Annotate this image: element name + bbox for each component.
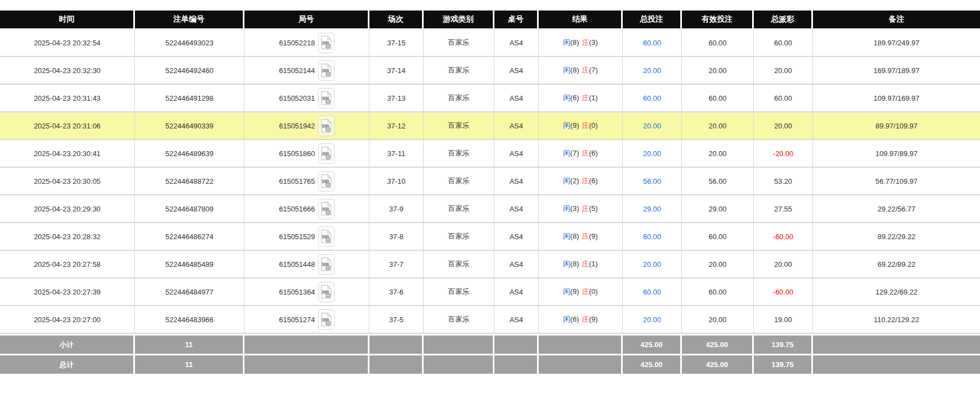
result-banker-label: 庄 [582,121,589,130]
row-table-no: AS4 [494,112,539,140]
video-file-icon [320,202,332,216]
row-time: 2025-04-23 20:27:00 [0,306,135,334]
row-table-no: AS4 [494,251,539,278]
video-replay-button[interactable] [318,116,335,136]
result-banker-score: (9) [589,232,598,240]
result-banker-label: 庄 [582,287,589,296]
row-round-cell: 615051529 [244,223,369,251]
row-table-no: AS4 [494,195,539,223]
table-row[interactable]: 2025-04-23 20:28:32 522446486274 6150515… [0,223,980,251]
row-bet-no: 522446493023 [135,29,244,57]
result-player-label: 闲 [563,260,570,268]
table-row[interactable]: 2025-04-23 20:27:58 522446485489 6150514… [0,251,980,278]
result-banker-label: 庄 [582,149,589,157]
total-empty-table [494,354,539,374]
row-bet-no: 522446492460 [135,57,244,85]
result-player-score: (9) [570,287,579,296]
col-header-time: 时间 [0,11,135,29]
row-payout: 20.00 [754,112,813,140]
video-file-icon [320,146,332,161]
row-table-no: AS4 [494,223,539,251]
row-result: 闲(6)庄(1) [539,85,623,112]
row-bet-no: 522446484977 [135,278,244,306]
row-payout: 20.00 [754,251,813,278]
row-remark: 89.97/109.97 [813,112,980,140]
result-banker-score: (1) [589,260,598,268]
video-replay-button[interactable] [318,33,335,53]
row-result: 闲(6)庄(9) [539,306,623,334]
table-body: 2025-04-23 20:32:54 522446493023 6150522… [0,29,980,334]
table-row[interactable]: 2025-04-23 20:29:30 522446487809 6150516… [0,195,980,223]
row-table-no: AS4 [494,57,539,85]
row-total-bet: 60.00 [623,223,682,251]
row-payout: -20.00 [754,140,813,168]
subtotal-empty-game [424,334,494,354]
row-time: 2025-04-23 20:31:06 [0,112,135,140]
row-result: 闲(9)庄(0) [539,112,623,140]
table-row[interactable]: 2025-04-23 20:32:30 522446492460 6150521… [0,57,980,85]
row-game-type: 百家乐 [424,195,494,223]
row-round-cell: 615051942 [244,112,369,140]
total-empty-session [369,354,424,374]
row-payout: 53.20 [754,168,813,195]
row-valid-bet: 60.00 [682,223,754,251]
row-table-no: AS4 [494,306,539,334]
row-remark: 129.22/69.22 [813,278,980,306]
row-payout: -60.00 [754,223,813,251]
row-session: 37-7 [369,251,424,278]
row-remark: 89.22/29.22 [813,223,980,251]
subtotal-empty-session [369,334,424,354]
video-replay-button[interactable] [318,88,335,109]
result-player-score: (8) [570,38,579,47]
result-banker-label: 庄 [582,38,589,47]
result-banker-label: 庄 [582,177,589,185]
row-result: 闲(3)庄(5) [539,195,623,223]
col-header-result: 结果 [539,11,623,29]
row-valid-bet: 20.00 [682,112,754,140]
row-valid-bet: 20.00 [682,306,754,334]
result-player-label: 闲 [563,232,570,240]
col-header-remark: 备注 [813,11,980,29]
video-replay-button[interactable] [318,309,335,330]
table-row[interactable]: 2025-04-23 20:27:39 522446484977 6150513… [0,278,980,306]
video-replay-button[interactable] [318,254,335,275]
table-row[interactable]: 2025-04-23 20:32:54 522446493023 6150522… [0,29,980,57]
subtotal-label: 小计 [0,334,135,354]
subtotal-empty-round [244,334,369,354]
table-row[interactable]: 2025-04-23 20:30:05 522446488722 6150517… [0,168,980,195]
total-empty-remark [813,354,980,374]
row-result: 闲(8)庄(1) [539,251,623,278]
table-row[interactable]: 2025-04-23 20:27:00 522446483966 6150512… [0,306,980,334]
row-time: 2025-04-23 20:30:41 [0,140,135,168]
result-player-score: (8) [570,232,579,240]
video-replay-button[interactable] [318,282,335,302]
result-banker-label: 庄 [582,315,589,323]
row-round-no: 615052144 [279,66,315,75]
row-round-no: 615051860 [279,149,315,158]
row-round-no: 615051448 [279,260,315,269]
row-round-no: 615051765 [279,177,315,185]
row-time: 2025-04-23 20:28:32 [0,223,135,251]
row-round-cell: 615052144 [244,57,369,85]
col-header-payout: 总派彩 [754,11,813,29]
table-row[interactable]: 2025-04-23 20:31:43 522446491298 6150520… [0,85,980,112]
video-replay-button[interactable] [318,60,335,81]
row-remark: 29.22/56.77 [813,195,980,223]
table-row[interactable]: 2025-04-23 20:31:06 522446490339 6150519… [0,112,980,140]
row-session: 37-10 [369,168,424,195]
video-replay-button[interactable] [318,171,335,192]
row-round-cell: 615052031 [244,85,369,112]
bet-history-table: 时间 注单编号 局号 场次 游戏类别 桌号 结果 总投注 有效投注 总派彩 备注… [0,11,980,374]
video-replay-button[interactable] [318,199,335,219]
table-row[interactable]: 2025-04-23 20:30:41 522446489639 6150518… [0,140,980,168]
result-player-score: (6) [570,315,579,323]
result-player-score: (8) [570,66,579,74]
row-round-no: 615051666 [279,205,315,213]
video-replay-button[interactable] [318,143,335,164]
row-table-no: AS4 [494,278,539,306]
result-player-label: 闲 [563,38,570,47]
video-replay-button[interactable] [318,226,335,247]
total-empty-result [539,354,623,374]
result-player-label: 闲 [563,149,570,157]
video-file-icon [320,174,332,188]
